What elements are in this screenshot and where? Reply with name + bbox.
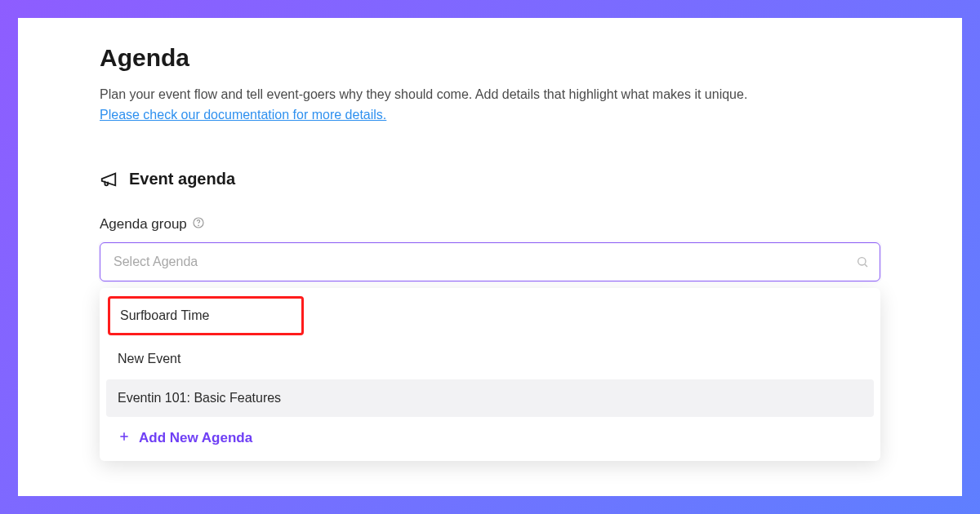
add-new-agenda-label: Add New Agenda — [139, 430, 252, 446]
agenda-group-label: Agenda group — [100, 216, 187, 233]
dropdown-option[interactable]: Eventin 101: Basic Features — [106, 379, 874, 417]
agenda-select-input[interactable]: Select Agenda — [100, 242, 880, 281]
page-description: Plan your event flow and tell event-goer… — [100, 85, 880, 104]
section-header: Event agenda — [100, 170, 880, 188]
svg-point-2 — [858, 258, 866, 265]
megaphone-icon — [100, 171, 118, 188]
agenda-panel: Agenda Plan your event flow and tell eve… — [18, 18, 962, 496]
dropdown-option[interactable]: New Event — [106, 340, 874, 378]
field-label-row: Agenda group — [100, 216, 880, 233]
documentation-link[interactable]: Please check our documentation for more … — [100, 108, 386, 122]
svg-line-3 — [865, 264, 867, 267]
section-title: Event agenda — [129, 170, 235, 188]
plus-icon — [118, 430, 131, 446]
search-icon — [856, 255, 869, 268]
add-new-agenda-button[interactable]: Add New Agenda — [106, 419, 874, 451]
page-title: Agenda — [100, 44, 880, 72]
dropdown-option[interactable]: Surfboard Time — [108, 296, 304, 335]
svg-point-1 — [198, 225, 198, 226]
agenda-select-placeholder: Select Agenda — [114, 255, 198, 269]
agenda-dropdown: Surfboard Time New Event Eventin 101: Ba… — [100, 288, 880, 461]
agenda-select-wrapper: Select Agenda — [100, 242, 880, 281]
help-icon[interactable] — [192, 216, 205, 233]
